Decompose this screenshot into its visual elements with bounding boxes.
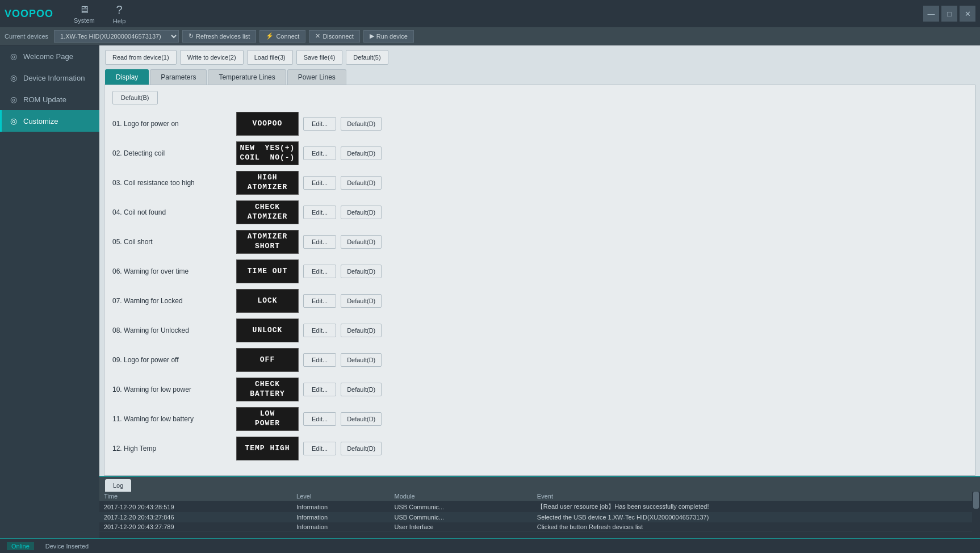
display-preview: NEW YES(+) COIL NO(-) [236, 141, 299, 165]
display-edit-button[interactable]: Edit... [303, 442, 336, 455]
display-item: 04. Coil not foundCHECK ATOMIZEREdit...D… [112, 199, 967, 226]
display-item-label: 08. Warning for Unlocked [112, 326, 232, 334]
display-preview: VOOPOO [236, 112, 299, 136]
sidebar-device-info-label: Device Information [23, 74, 85, 82]
log-area: Log Time Level Module Event 2017-1 [99, 476, 980, 538]
customize-icon: ◎ [9, 116, 19, 126]
sidebar-item-device-info[interactable]: ◎ Device Information [0, 67, 99, 89]
action-bar: Read from device(1) Write to device(2) L… [99, 45, 980, 69]
device-bar: Current devices 1.XW-Tec HID(XU200000465… [0, 27, 980, 45]
display-default-button[interactable]: Default(D) [341, 117, 382, 131]
content-area: Read from device(1) Write to device(2) L… [99, 45, 980, 538]
tab-temperature-lines[interactable]: Temperature Lines [208, 69, 286, 85]
display-default-button[interactable]: Default(D) [341, 235, 382, 249]
log-cell-time: 2017-12-20 20:43:27:846 [99, 513, 292, 522]
rom-update-icon: ◎ [9, 94, 19, 104]
log-row: 2017-12-20 20:43:27:789InformationUser I… [99, 522, 972, 532]
display-edit-button[interactable]: Edit... [303, 206, 336, 219]
display-default-button[interactable]: Default(D) [341, 265, 382, 278]
log-scroll-thumb[interactable] [973, 492, 979, 509]
display-items-list: 01. Logo for power onVOOPOOEdit...Defaul… [112, 110, 967, 462]
panel-default-b-button[interactable]: Default(B) [112, 91, 158, 104]
display-default-button[interactable]: Default(D) [341, 412, 382, 426]
sidebar-item-rom-update[interactable]: ◎ ROM Update [0, 89, 99, 110]
display-item: 02. Detecting coilNEW YES(+) COIL NO(-)E… [112, 140, 967, 167]
display-preview: LOW POWER [236, 407, 299, 431]
display-item: 08. Warning for UnlockedUNLOCKEdit...Def… [112, 317, 967, 344]
display-default-button[interactable]: Default(D) [341, 324, 382, 337]
display-edit-button[interactable]: Edit... [303, 146, 336, 160]
display-item-label: 02. Detecting coil [112, 149, 232, 157]
display-item: 07. Warning for LockedLOCKEdit...Default… [112, 287, 967, 315]
write-to-device-button[interactable]: Write to device(2) [180, 50, 244, 65]
log-table-inner[interactable]: Time Level Module Event 2017-12-20 20:43… [99, 492, 972, 538]
toolbar-help[interactable]: ? Help [104, 1, 135, 27]
log-cell-level: Information [292, 522, 390, 532]
display-preview: LOCK [236, 289, 299, 313]
minimize-button[interactable]: — [923, 6, 939, 22]
display-edit-button[interactable]: Edit... [303, 117, 336, 131]
display-default-button[interactable]: Default(D) [341, 353, 382, 367]
sidebar-item-customize[interactable]: ◎ Customize [0, 110, 99, 132]
display-preview: HIGH ATOMIZER [236, 171, 299, 195]
sidebar: ◎ Welcome Page ◎ Device Information ◎ RO… [0, 45, 99, 538]
close-button[interactable]: ✕ [960, 6, 975, 22]
online-status: Online [7, 542, 34, 550]
run-label: Run device [376, 33, 408, 40]
tab-power-lines[interactable]: Power Lines [287, 69, 346, 85]
display-edit-button[interactable]: Edit... [303, 353, 336, 367]
run-device-button[interactable]: ▶ Run device [363, 30, 414, 43]
tab-parameters[interactable]: Parameters [150, 69, 207, 85]
log-scrollbar[interactable] [972, 492, 980, 538]
log-cell-time: 2017-12-20 20:43:27:789 [99, 522, 292, 532]
device-select[interactable]: 1.XW-Tec HID(XU20000046573137) [54, 30, 179, 43]
display-default-button[interactable]: Default(D) [341, 176, 382, 190]
refresh-button[interactable]: ↻ Refresh devices list [182, 30, 256, 43]
log-cell-level: Information [292, 501, 390, 513]
display-item-label: 11. Warning for low battery [112, 415, 232, 423]
display-edit-button[interactable]: Edit... [303, 412, 336, 426]
maximize-button[interactable]: □ [941, 6, 957, 22]
display-item-label: 07. Warning for Locked [112, 297, 232, 305]
read-from-device-button[interactable]: Read from device(1) [105, 50, 177, 65]
log-tab[interactable]: Log [105, 479, 131, 492]
refresh-label: Refresh devices list [196, 33, 250, 40]
display-edit-button[interactable]: Edit... [303, 176, 336, 190]
display-default-button[interactable]: Default(D) [341, 146, 382, 160]
log-cell-event: 【Read user resource job】Has been success… [533, 501, 972, 513]
log-cell-module: User Interface [390, 522, 533, 532]
toolbar-system-label: System [74, 17, 95, 24]
log-cell-module: USB Communic... [390, 513, 533, 522]
display-edit-button[interactable]: Edit... [303, 324, 336, 337]
display-item-label: 06. Warning for over time [112, 267, 232, 275]
tab-display[interactable]: Display [105, 69, 149, 85]
log-cell-level: Information [292, 513, 390, 522]
display-edit-button[interactable]: Edit... [303, 265, 336, 278]
display-default-button[interactable]: Default(D) [341, 383, 382, 396]
disconnect-icon: ✕ [315, 32, 320, 40]
log-cell-event: Clicked the button Refresh devices list [533, 522, 972, 532]
display-item-label: 03. Coil resistance too high [112, 179, 232, 187]
display-panel: Default(B) 01. Logo for power onVOOPOOEd… [104, 85, 975, 476]
display-item: 01. Logo for power onVOOPOOEdit...Defaul… [112, 110, 967, 137]
display-item: 03. Coil resistance too highHIGH ATOMIZE… [112, 169, 967, 196]
connect-button[interactable]: ⚡ Connect [259, 30, 305, 43]
disconnect-button[interactable]: ✕ Disconnect [309, 30, 359, 43]
default-button[interactable]: Default(5) [346, 50, 388, 65]
load-file-button[interactable]: Load file(3) [247, 50, 293, 65]
display-preview: TIME OUT [236, 259, 299, 283]
save-file-button[interactable]: Save file(4) [296, 50, 343, 65]
disconnect-label: Disconnect [323, 33, 353, 40]
display-default-button[interactable]: Default(D) [341, 442, 382, 455]
toolbar-system[interactable]: 🖥 System [65, 2, 104, 26]
log-cell-time: 2017-12-20 20:43:28:519 [99, 501, 292, 513]
display-item-label: 12. High Temp [112, 445, 232, 453]
display-edit-button[interactable]: Edit... [303, 235, 336, 249]
display-edit-button[interactable]: Edit... [303, 383, 336, 396]
sidebar-customize-label: Customize [23, 117, 58, 125]
display-default-button[interactable]: Default(D) [341, 206, 382, 219]
sidebar-item-welcome[interactable]: ◎ Welcome Page [0, 45, 99, 67]
display-edit-button[interactable]: Edit... [303, 294, 336, 308]
display-default-button[interactable]: Default(D) [341, 294, 382, 308]
connect-icon: ⚡ [266, 32, 274, 40]
